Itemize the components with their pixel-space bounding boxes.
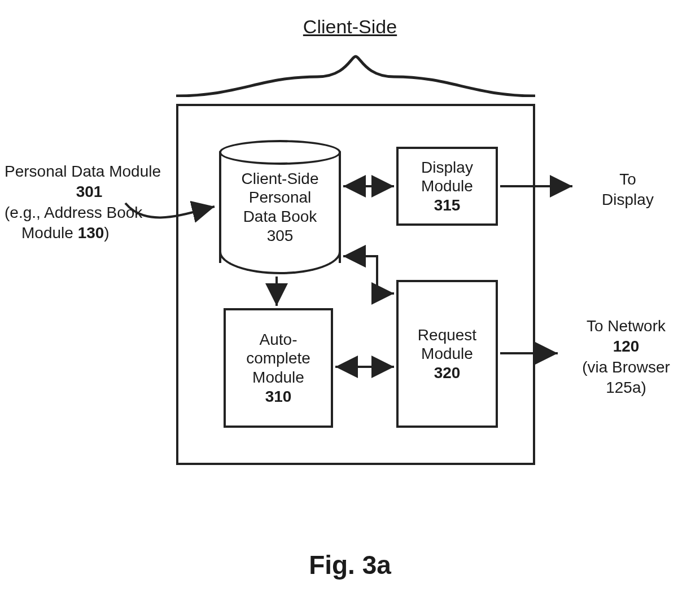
display-module-line2: Module: [421, 177, 473, 196]
data-book-line1: Client-Side: [242, 169, 319, 188]
display-module-line1: Display: [421, 158, 473, 177]
personal-data-module-label: Personal Data Module 301 (e.g., Address …: [5, 161, 174, 244]
diagram-stage: Client-Side Client-Side Personal Data Bo…: [0, 0, 700, 614]
data-book-line3: Data Book: [243, 207, 317, 226]
to-net-line3: 125a): [561, 378, 691, 398]
request-module-line1: Request: [418, 326, 476, 345]
to-net-line1: To Network: [587, 317, 666, 335]
pdm-line2b: Module: [21, 224, 78, 242]
pdm-line2c: ): [104, 224, 109, 242]
data-book-number: 305: [267, 226, 294, 245]
data-book-line2: Personal: [249, 188, 312, 207]
pdm-num: 301: [76, 183, 103, 200]
to-net-num: 120: [613, 337, 640, 355]
autocomplete-line2: complete: [246, 349, 310, 368]
to-display-line2: Display: [577, 190, 679, 210]
autocomplete-number: 310: [265, 387, 292, 406]
to-display-line1: To: [577, 169, 679, 190]
to-net-line2: (via Browser: [561, 357, 691, 378]
display-module-number: 315: [434, 196, 461, 215]
figure-caption: Fig. 3a: [0, 550, 700, 580]
request-module-box: Request Module 320: [396, 280, 498, 428]
display-module-box: Display Module 315: [396, 147, 498, 226]
data-book-cylinder: Client-Side Personal Data Book 305: [219, 140, 341, 274]
request-module-number: 320: [434, 363, 461, 383]
pdm-num2: 130: [78, 224, 104, 242]
pdm-line1: Personal Data Module: [5, 161, 174, 182]
to-network-label: To Network 120 (via Browser 125a): [561, 316, 691, 398]
autocomplete-line3: Module: [252, 368, 304, 387]
section-title: Client-Side: [0, 16, 700, 38]
pdm-line2a: (e.g., Address Book: [5, 204, 142, 221]
brace-icon: [176, 52, 535, 97]
autocomplete-module-box: Auto- complete Module 310: [224, 308, 333, 428]
autocomplete-line1: Auto-: [260, 330, 298, 349]
to-display-label: To Display: [577, 169, 679, 210]
request-module-line2: Module: [421, 344, 473, 363]
